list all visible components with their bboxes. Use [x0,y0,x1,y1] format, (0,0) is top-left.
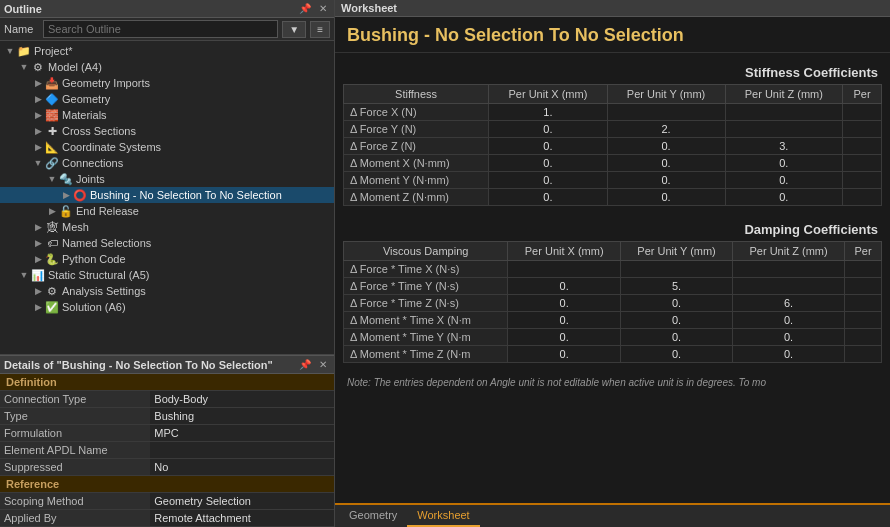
tree-item-cross-sections[interactable]: ▶ ✚ Cross Sections [0,123,334,139]
cell-x-1[interactable]: 0. [489,121,607,138]
search-input[interactable] [43,20,278,38]
cell-extra-3 [845,312,882,329]
cell-z-2[interactable]: 3. [725,138,843,155]
tree-item-solution[interactable]: ▶ ✅ Solution (A6) [0,299,334,315]
row-label-2: Δ Force * Time Z (N·s) [344,295,508,312]
cell-x-0[interactable] [508,261,621,278]
tree-item-end-release[interactable]: ▶ 🔓 End Release [0,203,334,219]
cell-z-2[interactable]: 6. [733,295,845,312]
cell-z-1[interactable] [733,278,845,295]
detail-value[interactable]: Body-Body [150,391,334,408]
tree-expander[interactable]: ▶ [32,286,44,296]
tree-expander[interactable]: ▶ [32,126,44,136]
tree-item-joints[interactable]: ▼ 🔩 Joints [0,171,334,187]
row-label-5: Δ Moment * Time Z (N·m [344,346,508,363]
cell-y-1[interactable]: 5. [621,278,733,295]
tree-item-bushing[interactable]: ▶ ⭕ Bushing - No Selection To No Selecti… [0,187,334,203]
cell-x-2[interactable]: 0. [489,138,607,155]
tree-item-geometry[interactable]: ▶ 🔷 Geometry [0,91,334,107]
cell-y-2[interactable]: 0. [607,138,725,155]
tree-expander[interactable]: ▶ [46,206,58,216]
cell-y-5[interactable]: 0. [607,189,725,206]
tree-icon-named-selections: 🏷 [44,236,60,250]
cell-y-3[interactable]: 0. [607,155,725,172]
cell-z-4[interactable]: 0. [733,329,845,346]
details-pin-icon[interactable]: 📌 [296,358,314,371]
tree-expander[interactable]: ▼ [4,46,16,56]
tree-item-geom-imports[interactable]: ▶ 📥 Geometry Imports [0,75,334,91]
cell-z-5[interactable]: 0. [733,346,845,363]
cell-z-0[interactable] [725,104,843,121]
close-icon[interactable]: ✕ [316,2,330,15]
cell-z-5[interactable]: 0. [725,189,843,206]
tree-expander[interactable]: ▶ [32,238,44,248]
cell-x-3[interactable]: 0. [489,155,607,172]
cell-z-0[interactable] [733,261,845,278]
detail-value[interactable] [150,442,334,459]
tree-expander[interactable]: ▶ [32,78,44,88]
worksheet-title: Bushing - No Selection To No Selection [347,25,878,46]
details-close-icon[interactable]: ✕ [316,358,330,371]
cell-y-0[interactable] [607,104,725,121]
detail-value[interactable]: Geometry Selection [150,493,334,510]
cell-x-3[interactable]: 0. [508,312,621,329]
detail-value[interactable]: Remote Attachment [150,510,334,527]
tree-icon-connections: 🔗 [44,156,60,170]
detail-key: Element APDL Name [0,442,150,459]
tree-expander[interactable]: ▼ [32,158,44,168]
tree-expander[interactable]: ▼ [18,62,30,72]
tree-expander[interactable]: ▶ [32,254,44,264]
tree-expander[interactable]: ▶ [32,222,44,232]
row-label-4: Δ Moment * Time Y (N·m [344,329,508,346]
cell-x-5[interactable]: 0. [508,346,621,363]
tree-item-coord-systems[interactable]: ▶ 📐 Coordinate Systems [0,139,334,155]
cell-z-4[interactable]: 0. [725,172,843,189]
cell-x-5[interactable]: 0. [489,189,607,206]
tree-expander[interactable]: ▶ [32,94,44,104]
tree-expander[interactable]: ▼ [18,270,30,280]
cell-extra-0 [843,104,882,121]
tree-item-mesh[interactable]: ▶ 🕸 Mesh [0,219,334,235]
tree-item-materials[interactable]: ▶ 🧱 Materials [0,107,334,123]
table-row: Δ Force * Time X (N·s) [344,261,882,278]
tree-expander[interactable]: ▶ [32,110,44,120]
cell-x-4[interactable]: 0. [508,329,621,346]
tree-item-static-structural[interactable]: ▼ 📊 Static Structural (A5) [0,267,334,283]
cell-x-0[interactable]: 1. [489,104,607,121]
expand-button[interactable]: ≡ [310,21,330,38]
cell-x-2[interactable]: 0. [508,295,621,312]
cell-x-1[interactable]: 0. [508,278,621,295]
tree-item-named-selections[interactable]: ▶ 🏷 Named Selections [0,235,334,251]
tab-worksheet[interactable]: Worksheet [407,505,479,527]
tree-item-connections[interactable]: ▼ 🔗 Connections [0,155,334,171]
cell-extra-1 [843,121,882,138]
cell-y-0[interactable] [621,261,733,278]
cell-y-2[interactable]: 0. [621,295,733,312]
tree-expander[interactable]: ▶ [60,190,72,200]
col-header-4: Per [845,242,882,261]
cell-y-1[interactable]: 2. [607,121,725,138]
tree-expander[interactable]: ▶ [32,302,44,312]
tree-expander[interactable]: ▼ [46,174,58,184]
tree-item-analysis-settings[interactable]: ▶ ⚙ Analysis Settings [0,283,334,299]
tree-item-model[interactable]: ▼ ⚙ Model (A4) [0,59,334,75]
tree-expander[interactable]: ▶ [32,142,44,152]
detail-value[interactable]: MPC [150,425,334,442]
cell-y-4[interactable]: 0. [621,329,733,346]
tab-geometry[interactable]: Geometry [339,505,407,527]
tree-item-project[interactable]: ▼ 📁 Project* [0,43,334,59]
cell-z-1[interactable] [725,121,843,138]
cell-y-4[interactable]: 0. [607,172,725,189]
dropdown-button[interactable]: ▼ [282,21,306,38]
cell-extra-4 [843,172,882,189]
cell-x-4[interactable]: 0. [489,172,607,189]
pin-icon[interactable]: 📌 [296,2,314,15]
tree-item-python-code[interactable]: ▶ 🐍 Python Code [0,251,334,267]
detail-value[interactable]: Bushing [150,408,334,425]
cell-y-3[interactable]: 0. [621,312,733,329]
cell-z-3[interactable]: 0. [733,312,845,329]
cell-z-3[interactable]: 0. [725,155,843,172]
cell-y-5[interactable]: 0. [621,346,733,363]
tree-label-named-selections: Named Selections [62,237,151,249]
detail-value[interactable]: No [150,459,334,476]
